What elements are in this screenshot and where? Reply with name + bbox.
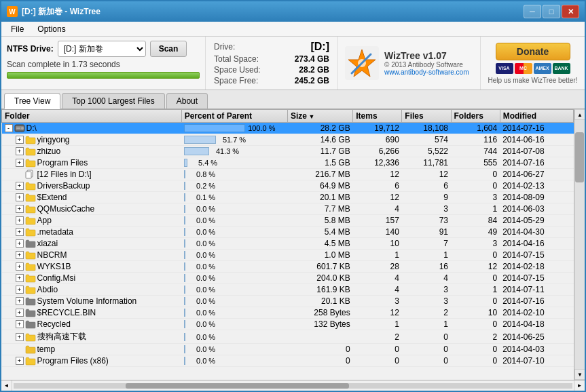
expand-button[interactable]: + xyxy=(16,357,24,365)
expand-button[interactable]: + xyxy=(16,262,24,271)
col-header-folders[interactable]: Folders xyxy=(451,110,500,123)
close-button[interactable]: ✕ xyxy=(562,5,579,18)
table-row[interactable]: + xiazai 0.0 % 4.5 MB10732014-04-16 xyxy=(2,238,574,250)
scan-button[interactable]: Scan xyxy=(150,41,187,57)
scroll-up-arrow[interactable]: ▲ xyxy=(574,109,585,120)
folder-cell[interactable]: + xiazai xyxy=(2,238,182,250)
folder-cell[interactable]: + DriversBackup xyxy=(2,180,182,192)
scroll-track[interactable] xyxy=(574,120,585,369)
folder-cell[interactable]: + Program Files xyxy=(2,157,182,169)
expand-button[interactable]: + xyxy=(16,205,24,213)
folder-cell[interactable]: temp xyxy=(2,344,182,355)
expand-button[interactable]: + xyxy=(16,274,24,282)
expand-button[interactable]: + xyxy=(16,228,24,236)
expand-button[interactable]: + xyxy=(16,297,24,305)
folder-cell[interactable]: + NBCRM xyxy=(2,250,182,261)
table-row[interactable]: + WYKS1B 0.0 % 601.7 KB2816122014-02-18 xyxy=(2,261,574,273)
table-row[interactable]: + $Extend 0.1 % 20.1 MB12932014-08-09 xyxy=(2,192,574,203)
table-row[interactable]: + System Volume Information 0.0 % 20.1 K… xyxy=(2,296,574,307)
table-with-scrollbar: Folder Percent of Parent Size Items File… xyxy=(1,109,585,380)
expand-button[interactable]: + xyxy=(16,333,24,341)
folder-cell[interactable]: + .metadata xyxy=(2,227,182,238)
table-row[interactable]: + Abdio 0.0 % 161.9 KB4312014-07-11 xyxy=(2,284,574,296)
expand-button[interactable]: + xyxy=(16,147,24,155)
expand-button[interactable]: + xyxy=(16,182,24,190)
vertical-scrollbar[interactable]: ▲ ▼ xyxy=(574,109,585,380)
folder-cell[interactable]: + 搜狗高速下载 xyxy=(2,330,182,344)
horizontal-scrollbar[interactable]: ◄ ► xyxy=(1,380,585,391)
table-row[interactable]: temp 0.0 % 00002014-04-03 xyxy=(2,344,574,355)
tab-tree-view[interactable]: Tree View xyxy=(4,93,60,109)
menu-options[interactable]: Options xyxy=(32,23,71,35)
expand-button[interactable]: + xyxy=(16,216,24,224)
col-header-files[interactable]: Files xyxy=(402,110,451,123)
table-row[interactable]: + zhizuo 41.3 % 11.7 GB6,2665,5227442014… xyxy=(2,146,574,157)
drive-select[interactable]: [D:] 新加巻 xyxy=(58,41,146,57)
expand-button[interactable]: + xyxy=(16,239,24,248)
table-row[interactable]: + Config.Msi 0.0 % 204.0 KB4402014-07-15 xyxy=(2,273,574,284)
table-row[interactable]: + 搜狗高速下载 0.0 % 2022014-06-25 xyxy=(2,330,574,344)
expand-button[interactable]: + xyxy=(16,159,24,167)
folder-icon xyxy=(25,216,36,225)
expand-button[interactable]: + xyxy=(16,309,24,317)
collapse-button[interactable]: - xyxy=(5,124,13,132)
folder-cell[interactable]: + yingyong xyxy=(2,134,182,146)
table-row[interactable]: [12 Files in D:\] 0.8 % 216.7 MB12120201… xyxy=(2,169,574,180)
col-header-size[interactable]: Size xyxy=(287,110,352,123)
folder-cell[interactable]: + Config.Msi xyxy=(2,273,182,284)
h-scroll-thumb[interactable] xyxy=(126,383,349,389)
scroll-down-arrow[interactable]: ▼ xyxy=(574,369,585,380)
folder-cell[interactable]: + WYKS1B xyxy=(2,261,182,273)
folders-cell: 116 xyxy=(451,134,500,146)
maximize-button[interactable]: □ xyxy=(543,5,560,18)
expand-button[interactable]: + xyxy=(16,320,24,328)
tab-about[interactable]: About xyxy=(166,93,208,109)
table-row[interactable]: + .metadata 0.0 % 5.4 MB14091492014-04-3… xyxy=(2,227,574,238)
donate-button[interactable]: Donate xyxy=(496,43,570,60)
title-bar-left: W [D:] 新加巻 - WizTree xyxy=(7,6,100,18)
folder-cell[interactable]: + $RECYCLE.BIN xyxy=(2,307,182,319)
folder-cell[interactable]: - D:\ xyxy=(2,123,182,134)
table-row[interactable]: + Recycled 0.0 % 132 Bytes1102014-04-18 xyxy=(2,319,574,330)
folder-cell[interactable]: + $Extend xyxy=(2,192,182,203)
table-row[interactable]: + $RECYCLE.BIN 0.0 % 258 Bytes122102014-… xyxy=(2,307,574,319)
table-row[interactable]: + Program Files (x86) 0.0 % 00002014-07-… xyxy=(2,355,574,367)
folders-cell: 12 xyxy=(451,261,500,273)
percent-bar xyxy=(184,239,185,248)
minimize-button[interactable]: ─ xyxy=(524,5,541,18)
table-row[interactable]: + QQMusicCache 0.0 % 7.7 MB4312014-06-03 xyxy=(2,203,574,215)
col-header-modified[interactable]: Modified xyxy=(500,110,573,123)
expand-button[interactable]: + xyxy=(16,286,24,294)
col-header-percent[interactable]: Percent of Parent xyxy=(181,110,287,123)
folder-cell[interactable]: [12 Files in D:\] xyxy=(2,169,182,180)
folder-icon xyxy=(25,273,36,283)
scroll-thumb[interactable] xyxy=(575,132,584,182)
folder-name: temp xyxy=(37,345,56,354)
menu-file[interactable]: File xyxy=(5,23,29,35)
scroll-left-arrow[interactable]: ◄ xyxy=(1,380,12,391)
folder-cell[interactable]: + QQMusicCache xyxy=(2,203,182,215)
scroll-right-arrow[interactable]: ► xyxy=(574,380,585,391)
table-row[interactable]: + NBCRM 0.0 % 1.0 MB1102014-07-15 xyxy=(2,250,574,261)
percent-bar xyxy=(184,205,185,213)
folder-cell[interactable]: + App xyxy=(2,215,182,227)
expand-button[interactable]: + xyxy=(16,136,24,144)
folder-cell[interactable]: + System Volume Information xyxy=(2,296,182,307)
table-scroll-area[interactable]: Folder Percent of Parent Size Items File… xyxy=(1,109,574,380)
table-row[interactable]: + Program Files 5.4 % 1.5 GB12,33611,781… xyxy=(2,157,574,169)
table-row[interactable]: - D:\ 100.0 % 28.2 GB19,71218,1081,60420… xyxy=(2,123,574,134)
folder-cell[interactable]: + Program Files (x86) xyxy=(2,355,182,367)
col-header-items[interactable]: Items xyxy=(353,110,402,123)
folder-cell[interactable]: + Abdio xyxy=(2,284,182,296)
folder-cell-inner: + App xyxy=(5,216,179,225)
folder-cell[interactable]: + zhizuo xyxy=(2,146,182,157)
tab-top1000[interactable]: Top 1000 Largest Files xyxy=(62,93,164,109)
h-scroll-track[interactable] xyxy=(14,383,572,389)
table-row[interactable]: + yingyong 51.7 % 14.6 GB6905741162014-0… xyxy=(2,134,574,146)
col-header-folder[interactable]: Folder xyxy=(2,110,182,123)
folder-cell[interactable]: + Recycled xyxy=(2,319,182,330)
table-row[interactable]: + App 0.0 % 5.8 MB15773842014-05-29 xyxy=(2,215,574,227)
expand-button[interactable]: + xyxy=(16,251,24,259)
expand-button[interactable]: + xyxy=(16,193,24,201)
table-row[interactable]: + DriversBackup 0.2 % 64.9 MB6602014-02-… xyxy=(2,180,574,192)
